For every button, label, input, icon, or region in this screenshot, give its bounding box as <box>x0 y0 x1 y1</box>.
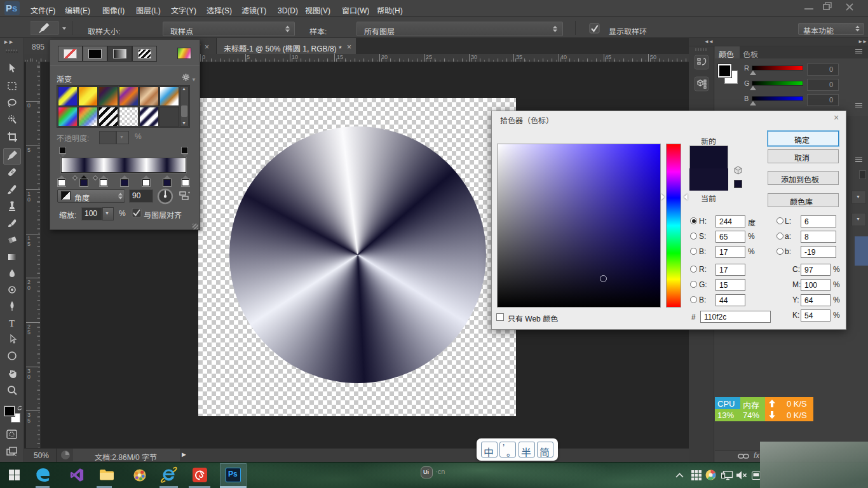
svg-text:T: T <box>9 318 15 329</box>
